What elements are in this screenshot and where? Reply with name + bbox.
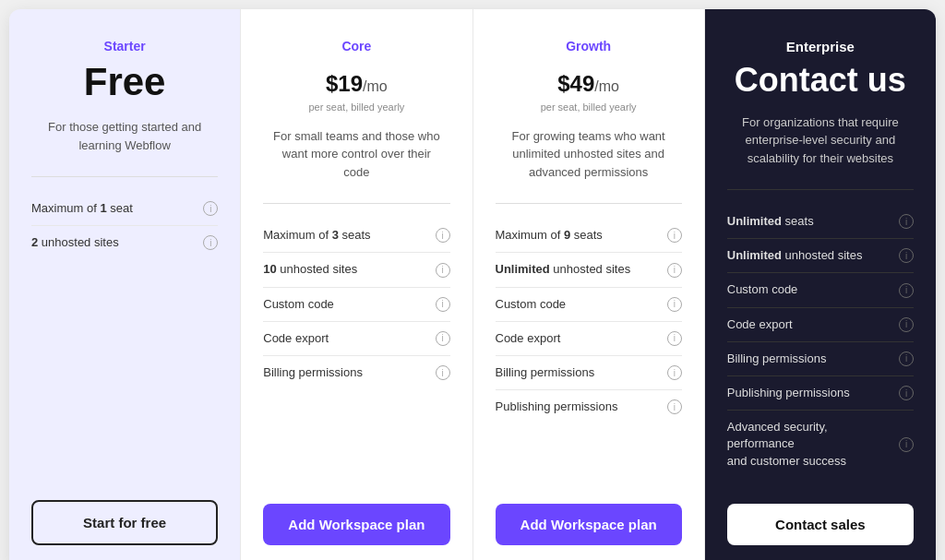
growth-cta-area: Add Workspace plan [496,478,682,545]
feature-text: 10 unhosted sites [263,261,427,278]
feature-item: Custom code i [263,288,449,322]
feature-text: Unlimited unhosted sites [496,261,660,278]
feature-text: Billing permissions [727,351,891,367]
feature-item: Code export i [263,322,449,356]
feature-item: Billing permissions i [263,356,449,389]
feature-text: Publishing permissions [727,385,891,401]
core-description: For small teams and those whowant more c… [263,127,449,182]
growth-label: Growth [496,39,682,54]
feature-item: Billing permissions i [496,356,682,390]
info-icon[interactable]: i [203,201,218,216]
feature-item: Code export i [496,322,682,356]
enterprise-cta-area: Contact sales [727,478,914,545]
info-icon[interactable]: i [899,317,914,332]
plan-growth: Growth $49/mo per seat, billed yearly Fo… [473,9,705,560]
starter-label: Starter [31,39,218,54]
info-icon[interactable]: i [667,297,682,312]
enterprise-price: Contact us [727,62,914,99]
core-label: Core [263,39,449,54]
info-icon[interactable]: i [436,331,450,346]
core-price: $19/mo [263,61,449,100]
core-cta-area: Add Workspace plan [263,478,449,545]
info-icon[interactable]: i [899,248,914,263]
feature-text: Unlimited seats [727,213,891,230]
starter-features: Maximum of 1 seat i 2 unhosted sites i [31,192,218,474]
info-icon[interactable]: i [667,263,682,278]
feature-text: 2 unhosted sites [31,234,196,251]
feature-text: Custom code [496,296,660,313]
feature-text: Billing permissions [263,364,427,381]
growth-features: Maximum of 9 seats i Unlimited unhosted … [496,219,682,477]
feature-item: Publishing permissions i [496,390,682,423]
feature-item: Advanced security, performanceand custom… [727,411,914,478]
feature-text: Code export [727,316,891,333]
info-icon[interactable]: i [436,228,450,243]
feature-item: Maximum of 9 seats i [496,219,682,253]
plan-enterprise: Enterprise Contact us For organizations … [705,9,936,560]
info-icon[interactable]: i [899,437,914,452]
feature-item: 10 unhosted sites i [263,253,449,287]
feature-item: Maximum of 3 seats i [263,219,449,253]
plan-core: Core $19/mo per seat, billed yearly For … [240,9,472,560]
growth-price: $49/mo [496,61,682,100]
growth-per-seat: per seat, billed yearly [496,101,682,113]
contact-sales-button[interactable]: Contact sales [727,504,914,545]
starter-cta-area: Start for free [31,474,218,545]
feature-item: 2 unhosted sites i [31,226,218,259]
feature-text: Custom code [263,296,427,313]
info-icon[interactable]: i [667,365,682,380]
feature-item: Unlimited seats i [727,205,914,239]
info-icon[interactable]: i [667,331,682,346]
feature-text: Code export [496,330,660,347]
starter-description: For those getting started andlearning We… [31,118,218,154]
info-icon[interactable]: i [203,235,218,250]
info-icon[interactable]: i [899,283,914,298]
enterprise-features: Unlimited seats i Unlimited unhosted sit… [727,205,914,478]
feature-text: Custom code [727,281,891,298]
growth-description: For growing teams who wantunlimited unho… [496,127,682,182]
feature-item: Publishing permissions i [727,376,914,411]
feature-text: Advanced security, performanceand custom… [727,419,891,470]
add-workspace-growth-button[interactable]: Add Workspace plan [496,504,682,545]
info-icon[interactable]: i [667,228,682,243]
feature-text: Maximum of 9 seats [496,227,660,244]
feature-text: Maximum of 3 seats [263,227,427,244]
add-workspace-core-button[interactable]: Add Workspace plan [263,504,449,545]
info-icon[interactable]: i [436,297,450,312]
feature-item: Custom code i [727,273,914,307]
enterprise-label: Enterprise [727,39,914,54]
enterprise-description: For organizations that require enterpris… [727,113,914,168]
feature-text: Maximum of 1 seat [31,200,196,217]
feature-text: Code export [263,330,427,347]
pricing-container: Starter Free For those getting started a… [9,9,936,560]
feature-item: Billing permissions i [727,342,914,376]
feature-text: Publishing permissions [496,399,660,415]
info-icon[interactable]: i [899,386,914,400]
starter-price: Free [31,61,218,103]
plan-starter: Starter Free For those getting started a… [9,9,240,560]
info-icon[interactable]: i [899,214,914,229]
feature-item: Unlimited unhosted sites i [727,239,914,273]
feature-item: Maximum of 1 seat i [31,192,218,226]
core-per-seat: per seat, billed yearly [263,101,449,113]
info-icon[interactable]: i [436,263,450,278]
feature-text: Billing permissions [496,364,660,381]
info-icon[interactable]: i [436,365,450,380]
feature-item: Unlimited unhosted sites i [496,253,682,287]
feature-item: Custom code i [496,288,682,322]
info-icon[interactable]: i [667,399,682,414]
core-features: Maximum of 3 seats i 10 unhosted sites i… [263,219,449,477]
feature-item: Code export i [727,308,914,342]
feature-text: Unlimited unhosted sites [727,247,891,264]
start-free-button[interactable]: Start for free [31,500,218,545]
info-icon[interactable]: i [899,351,914,366]
